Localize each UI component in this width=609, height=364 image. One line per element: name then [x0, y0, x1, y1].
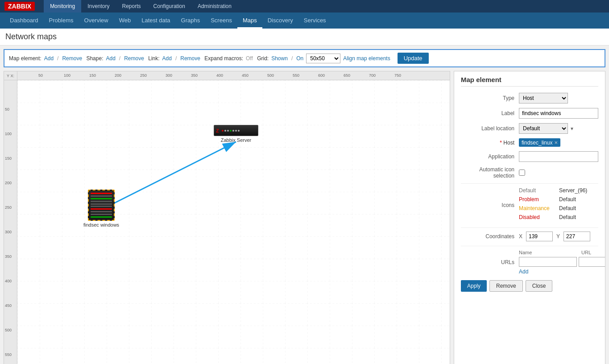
coord-y-input[interactable] — [563, 232, 590, 241]
host-tag: findsec_linux × — [519, 138, 560, 147]
icons-section: Icons Default Server_(96) Problem Defaul… — [461, 187, 598, 223]
nav-administration[interactable]: Administration — [191, 0, 238, 12]
page-title: Network maps — [5, 32, 604, 41]
host-label: Host — [461, 140, 519, 146]
icon-problem-label: Problem — [519, 196, 559, 203]
icon-problem-row: Problem Default — [519, 196, 598, 203]
panel-title: Map element — [461, 76, 598, 87]
type-label: Type — [461, 95, 519, 101]
nav-reports[interactable]: Reports — [116, 0, 147, 12]
url-name-input[interactable] — [519, 257, 577, 267]
grid-shown[interactable]: Shown — [271, 55, 288, 62]
findsec-windows-element[interactable]: findsec windows — [83, 190, 119, 228]
apply-button[interactable]: Apply — [461, 280, 487, 292]
link-remove[interactable]: Remove — [180, 55, 200, 62]
remove-button[interactable]: Remove — [489, 280, 523, 292]
grid-on[interactable]: On — [296, 55, 303, 62]
sep4: / — [291, 55, 293, 62]
v-ruler-tick: 500 — [5, 328, 12, 332]
url-url-input[interactable] — [579, 257, 605, 267]
rack-bar-6 — [91, 206, 112, 207]
update-button[interactable]: Update — [398, 53, 429, 64]
h-ruler-tick: 750 — [394, 73, 401, 78]
type-select[interactable]: Host Map Trigger Host group Image — [519, 93, 568, 103]
icon-maintenance-value: Default — [559, 205, 576, 211]
grid-size-select[interactable]: 50x50 25x25 75x75 100x100 — [306, 54, 340, 63]
findsec-server-label: findsec windows — [83, 222, 119, 228]
h-ruler-tick: 50 — [38, 73, 43, 78]
coord-y-label: Y — [556, 233, 560, 240]
rack-bar-7 — [91, 208, 112, 210]
h-ruler-tick: 150 — [89, 73, 96, 78]
label-input[interactable] — [519, 108, 598, 119]
icon-default-value: Server_(96) — [559, 187, 587, 194]
host-tag-text: findsec_linux — [522, 140, 552, 146]
icon-default-row: Default Server_(96) — [519, 187, 598, 194]
shape-add[interactable]: Add — [106, 55, 115, 62]
h-ruler-tick: 650 — [344, 73, 350, 78]
nav-graphs[interactable]: Graphs — [176, 12, 206, 29]
link-add[interactable]: Add — [162, 55, 172, 62]
icons-body: Default Server_(96) Problem Default Main… — [519, 187, 598, 223]
map-canvas[interactable]: Y X: 50100150200250300350400450500550600… — [4, 71, 450, 364]
map-element-remove[interactable]: Remove — [62, 55, 82, 62]
urls-add-link[interactable]: Add — [519, 269, 528, 275]
nav-monitoring[interactable]: Monitoring — [44, 0, 81, 12]
shape-remove[interactable]: Remove — [124, 55, 144, 62]
h-ruler-tick: 500 — [267, 73, 274, 78]
link-label: Link: — [147, 55, 160, 62]
rack-bar-2 — [91, 195, 112, 197]
main-content: Y X: 50100150200250300350400450500550600… — [0, 71, 609, 364]
nav-screens[interactable]: Screens — [205, 12, 237, 29]
coord-x-input[interactable] — [526, 232, 553, 241]
map-element-add[interactable]: Add — [44, 55, 54, 62]
zabbix-server-label: Zabbix Server — [221, 137, 251, 143]
close-button[interactable]: Close — [526, 280, 553, 292]
auto-icon-row: Automatic icon selection — [461, 166, 598, 179]
nav-configuration[interactable]: Configuration — [147, 0, 191, 12]
v-ruler-tick: 350 — [5, 254, 12, 259]
v-ruler-tick: 200 — [5, 181, 12, 185]
h-ruler-tick: 550 — [293, 73, 299, 78]
coordinates-label: Coordinates — [461, 233, 519, 240]
v-ruler-tick: 150 — [5, 156, 12, 161]
nav-overview[interactable]: Overview — [79, 12, 114, 29]
nav-problems[interactable]: Problems — [44, 12, 79, 29]
rack-light-gray1 — [224, 130, 226, 132]
z-logo: Z — [216, 128, 219, 133]
expand-off[interactable]: Off — [246, 55, 253, 62]
host-row: Host findsec_linux × — [461, 138, 598, 147]
sep2: / — [119, 55, 120, 62]
h-ruler-tick: 700 — [369, 73, 376, 78]
nav-services[interactable]: Services — [298, 12, 331, 29]
align-map-elements[interactable]: Align map elements — [343, 55, 390, 62]
urls-label: URLs — [461, 259, 519, 265]
nav-maps[interactable]: Maps — [237, 12, 262, 29]
rack-bar-10 — [91, 216, 112, 218]
rack-bar-8 — [91, 211, 112, 212]
rack-bar-4 — [91, 201, 112, 202]
urls-inputs — [519, 257, 605, 267]
nav-web[interactable]: Web — [114, 12, 137, 29]
divider3 — [461, 246, 598, 246]
auto-icon-checkbox[interactable] — [519, 170, 525, 176]
icon-disabled-row: Disabled Default — [519, 214, 598, 220]
application-input[interactable] — [519, 151, 598, 162]
label-row: Label — [461, 108, 598, 119]
rack-lights — [222, 130, 240, 132]
icon-disabled-value: Default — [559, 214, 576, 220]
icon-maintenance-row: Maintenance Default — [519, 205, 598, 211]
zabbix-server-element[interactable]: Z Zabbix Server — [214, 125, 258, 143]
auto-icon-label: Automatic icon selection — [461, 166, 519, 179]
urls-name-col-header: Name — [519, 250, 581, 255]
v-ruler-tick: 550 — [5, 352, 12, 357]
host-tag-remove[interactable]: × — [554, 139, 558, 146]
nav-discovery[interactable]: Discovery — [262, 12, 298, 29]
label-location-select[interactable]: Default Bottom Left Right Top — [519, 123, 568, 134]
nav-dashboard[interactable]: Dashboard — [4, 12, 44, 29]
type-row: Type Host Map Trigger Host group Image — [461, 93, 598, 103]
nav-inventory[interactable]: Inventory — [81, 0, 116, 12]
rack-bar-1 — [91, 193, 112, 194]
rack-bar-5 — [91, 203, 112, 205]
nav-latest-data[interactable]: Latest data — [136, 12, 175, 29]
